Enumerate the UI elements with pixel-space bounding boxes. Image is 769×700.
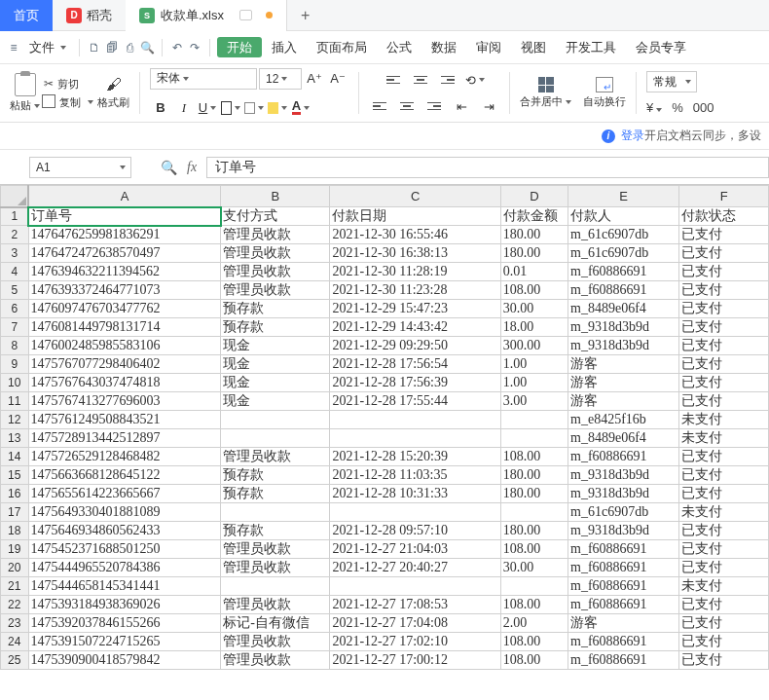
cell-B20[interactable]: 管理员收款	[221, 559, 330, 577]
decrease-font-icon[interactable]: A⁻	[327, 68, 348, 90]
cell-E22[interactable]: m_f60886691	[568, 596, 679, 614]
cell-B3[interactable]: 管理员收款	[221, 244, 330, 263]
cell-B18[interactable]: 预存款	[221, 522, 330, 540]
comma-style-button[interactable]: 000	[693, 100, 714, 115]
cell-C4[interactable]: 2021-12-30 11:28:19	[330, 263, 500, 281]
cell-D25[interactable]: 108.00	[500, 651, 568, 670]
row-header-2[interactable]: 2	[1, 226, 29, 244]
row-header-17[interactable]: 17	[1, 503, 29, 522]
cell-C8[interactable]: 2021-12-29 09:29:50	[330, 337, 500, 355]
cell-A1[interactable]: 订单号	[28, 207, 221, 226]
cell-E1[interactable]: 付款人	[568, 207, 679, 226]
menu-tab-0[interactable]: 开始	[217, 37, 262, 57]
cell-E16[interactable]: m_9318d3b9d	[568, 485, 679, 503]
col-header-A[interactable]: A	[28, 186, 221, 207]
cell-B23[interactable]: 标记-自有微信	[221, 614, 330, 633]
cell-C11[interactable]: 2021-12-28 17:55:44	[330, 392, 500, 411]
cell-E7[interactable]: m_9318d3b9d	[568, 318, 679, 337]
cell-A19[interactable]: 1475452371688501250	[28, 540, 221, 559]
file-menu[interactable]: 文件	[23, 37, 72, 58]
col-header-F[interactable]: F	[679, 186, 769, 207]
select-all-corner[interactable]	[1, 186, 29, 207]
align-bottom-button[interactable]	[437, 69, 458, 91]
cell-D13[interactable]	[500, 429, 568, 448]
cell-E5[interactable]: m_f60886691	[568, 281, 679, 300]
cell-E8[interactable]: m_9318d3b9d	[568, 337, 679, 355]
sync-login-link[interactable]: 登录	[621, 129, 644, 142]
cell-E2[interactable]: m_61c6907db	[568, 226, 679, 244]
cell-A17[interactable]: 1475649330401881089	[28, 503, 221, 522]
cell-C16[interactable]: 2021-12-28 10:31:33	[330, 485, 500, 503]
cell-F19[interactable]: 已支付	[679, 540, 769, 559]
redo-icon[interactable]: ↷	[187, 40, 202, 55]
copy-button[interactable]: 复制	[44, 95, 93, 110]
cell-E14[interactable]: m_f60886691	[568, 448, 679, 466]
cell-A6[interactable]: 1476097476703477762	[28, 300, 221, 318]
cell-B9[interactable]: 现金	[221, 355, 330, 374]
cell-F15[interactable]: 已支付	[679, 466, 769, 485]
cell-F3[interactable]: 已支付	[679, 244, 769, 263]
cell-D8[interactable]: 300.00	[500, 337, 568, 355]
cell-B22[interactable]: 管理员收款	[221, 596, 330, 614]
cell-D22[interactable]: 108.00	[500, 596, 568, 614]
cell-A10[interactable]: 1475767643037474818	[28, 374, 221, 392]
cell-A2[interactable]: 1476476259981836291	[28, 226, 221, 244]
name-box[interactable]: A1	[29, 157, 131, 178]
menu-tab-1[interactable]: 插入	[262, 36, 307, 58]
cell-A18[interactable]: 1475646934860562433	[28, 522, 221, 540]
cut-button[interactable]: 剪切	[44, 77, 93, 92]
row-header-22[interactable]: 22	[1, 596, 29, 614]
row-header-14[interactable]: 14	[1, 448, 29, 466]
cell-A14[interactable]: 1475726529128468482	[28, 448, 221, 466]
menu-tab-6[interactable]: 视图	[511, 36, 556, 58]
home-tab[interactable]: 首页	[0, 0, 53, 31]
row-header-21[interactable]: 21	[1, 577, 29, 596]
font-size-select[interactable]: 12	[259, 68, 302, 90]
cell-B16[interactable]: 预存款	[221, 485, 330, 503]
cell-E25[interactable]: m_f60886691	[568, 651, 679, 670]
cell-B1[interactable]: 支付方式	[221, 207, 330, 226]
cell-D19[interactable]: 108.00	[500, 540, 568, 559]
cell-E20[interactable]: m_f60886691	[568, 559, 679, 577]
align-top-button[interactable]	[383, 69, 404, 91]
cell-E24[interactable]: m_f60886691	[568, 633, 679, 651]
cell-E13[interactable]: m_8489e06f4	[568, 429, 679, 448]
cell-F2[interactable]: 已支付	[679, 226, 769, 244]
italic-button[interactable]: I	[173, 97, 195, 119]
cell-A20[interactable]: 1475444965520784386	[28, 559, 221, 577]
merge-center-button[interactable]: 合并居中	[520, 94, 571, 109]
format-painter-button[interactable]: 格式刷	[97, 95, 129, 110]
row-header-23[interactable]: 23	[1, 614, 29, 633]
row-header-13[interactable]: 13	[1, 429, 29, 448]
underline-button[interactable]: U	[197, 97, 218, 119]
row-header-5[interactable]: 5	[1, 281, 29, 300]
cell-E10[interactable]: 游客	[568, 374, 679, 392]
print-icon[interactable]: ⎙	[122, 40, 137, 55]
print-preview-icon[interactable]: 🔍	[139, 40, 155, 55]
cell-F25[interactable]: 已支付	[679, 651, 769, 670]
col-header-D[interactable]: D	[500, 186, 568, 207]
increase-font-icon[interactable]: A⁺	[304, 68, 325, 90]
cell-F8[interactable]: 已支付	[679, 337, 769, 355]
cell-E18[interactable]: m_9318d3b9d	[568, 522, 679, 540]
cell-B4[interactable]: 管理员收款	[221, 263, 330, 281]
cell-E4[interactable]: m_f60886691	[568, 263, 679, 281]
file-tab[interactable]: S 收款单.xlsx	[126, 0, 287, 31]
cell-A8[interactable]: 1476002485985583106	[28, 337, 221, 355]
cell-C23[interactable]: 2021-12-27 17:04:08	[330, 614, 500, 633]
row-header-10[interactable]: 10	[1, 374, 29, 392]
cell-E21[interactable]: m_f60886691	[568, 577, 679, 596]
bold-button[interactable]: B	[150, 97, 171, 119]
col-header-B[interactable]: B	[221, 186, 330, 207]
cell-A25[interactable]: 1475390900418579842	[28, 651, 221, 670]
cell-D10[interactable]: 1.00	[500, 374, 568, 392]
cell-A7[interactable]: 1476081449798131714	[28, 318, 221, 337]
cell-C24[interactable]: 2021-12-27 17:02:10	[330, 633, 500, 651]
cell-F20[interactable]: 已支付	[679, 559, 769, 577]
cell-D15[interactable]: 180.00	[500, 466, 568, 485]
cell-A16[interactable]: 1475655614223665667	[28, 485, 221, 503]
cell-F23[interactable]: 已支付	[679, 614, 769, 633]
paste-icon[interactable]	[15, 73, 36, 96]
add-tab-button[interactable]: +	[287, 0, 323, 31]
currency-button[interactable]: ¥	[646, 100, 662, 115]
